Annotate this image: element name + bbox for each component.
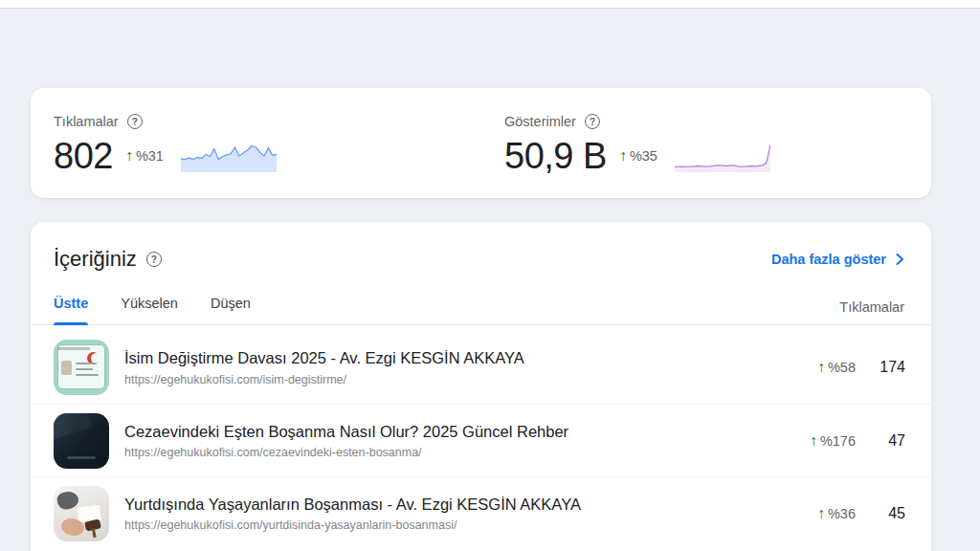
clicks-change-percent: %31 [136,148,164,164]
clicks-metric-change: ↑ %31 [125,148,164,164]
clicks-metric: Tıklamalar ? 802 ↑ %31 [54,88,277,198]
impressions-sparkline-chart [675,140,770,172]
row-change-percent: %176 [820,433,856,449]
row-clicks-count: 45 [871,505,905,522]
impressions-metric-value: 50,9 B [504,138,607,174]
content-row-url: https://egehukukofisi.com/cezaevindeki-e… [124,446,797,459]
top-edge-strip [0,0,980,9]
metrics-summary-card: Tıklamalar ? 802 ↑ %31 Gösterimler ? 50,… [31,88,931,198]
dark-office-thumbnail [54,413,109,469]
content-row-url: https://egehukukofisi.com/yurtdisinda-ya… [124,518,805,532]
content-row-title: Cezaevindeki Eşten Boşanma Nasıl Olur? 2… [124,422,797,442]
row-change: ↑ %58 [817,360,856,375]
row-clicks-count: 47 [871,432,905,450]
up-arrow-icon: ↑ [810,433,817,449]
row-change: ↑ %176 [810,433,856,449]
content-row-url: https://egehukukofisi.com/isim-degistirm… [124,373,805,386]
show-more-label: Daha fazla göster [771,252,886,267]
show-more-link[interactable]: Daha fazla göster [771,252,904,267]
tab-dusen[interactable]: Düşen [211,287,251,324]
impressions-change-percent: %35 [630,148,657,164]
help-icon[interactable]: ? [585,114,600,129]
content-rows-list: İsim Değiştirme Davası 2025 - Av. Ezgi K… [31,325,931,549]
up-arrow-icon: ↑ [817,506,825,521]
content-tabs: Üstte Yükselen Düşen [54,287,251,324]
clicks-metric-value: 802 [54,138,113,174]
up-arrow-icon: ↑ [817,360,825,375]
turkish-id-card-thumbnail [54,340,109,395]
tab-ustte[interactable]: Üstte [54,287,88,324]
content-card-title: İçeriğiniz [54,247,137,272]
tab-yukselen[interactable]: Yükselen [121,287,178,324]
help-icon[interactable]: ? [146,252,162,267]
document-signing-thumbnail [54,486,109,541]
row-change-percent: %58 [828,360,856,375]
row-change: ↑ %36 [817,506,856,521]
content-row-title: İsim Değiştirme Davası 2025 - Av. Ezgi K… [124,348,805,368]
impressions-metric: Gösterimler ? 50,9 B ↑ %35 [504,88,770,198]
content-row-title: Yurtdışında Yaşayanların Boşanması - Av.… [124,495,805,515]
chevron-right-icon [896,253,904,265]
impressions-metric-label: Gösterimler [504,114,576,129]
content-row[interactable]: Cezaevindeki Eşten Boşanma Nasıl Olur? 2… [31,404,931,476]
clicks-column-header: Tıklamalar [839,299,904,324]
clicks-metric-label: Tıklamalar [54,114,119,129]
your-content-card: İçeriğiniz ? Daha fazla göster Üstte Yük… [31,222,931,551]
clicks-sparkline-chart [181,140,277,172]
content-row[interactable]: Yurtdışında Yaşayanların Boşanması - Av.… [31,476,931,549]
row-change-percent: %36 [828,506,856,521]
row-clicks-count: 174 [871,359,905,376]
up-arrow-icon: ↑ [125,148,133,164]
impressions-metric-change: ↑ %35 [619,148,657,164]
help-icon[interactable]: ? [127,114,143,129]
content-row[interactable]: İsim Değiştirme Davası 2025 - Av. Ezgi K… [31,331,931,404]
up-arrow-icon: ↑ [619,148,627,164]
